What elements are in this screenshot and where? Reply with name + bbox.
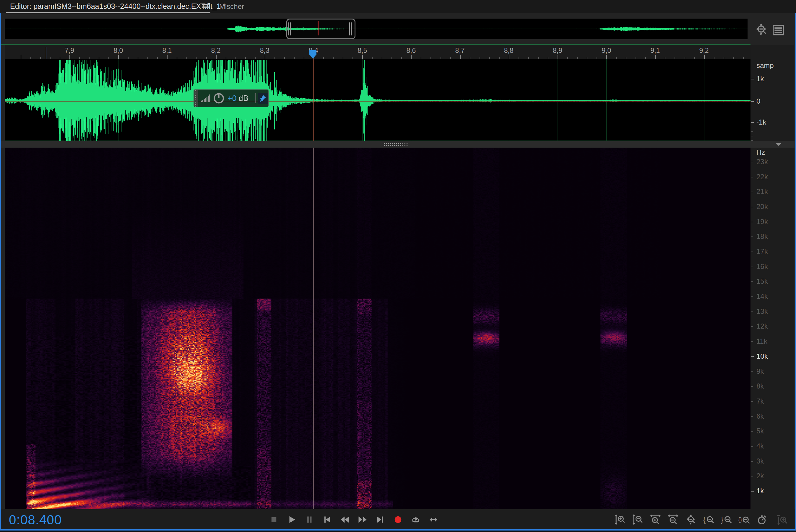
timer-button[interactable] bbox=[753, 513, 771, 527]
ruler-major-tick bbox=[460, 55, 460, 59]
ruler-minor-tick bbox=[431, 57, 431, 59]
tab-editor[interactable]: Editor: paramISM3--bm6aa1s03--24400--dtx… bbox=[10, 2, 226, 11]
scale-tick bbox=[751, 192, 753, 192]
fast-forward-button[interactable] bbox=[354, 513, 372, 527]
track-list-icon[interactable] bbox=[772, 24, 785, 36]
gain-unit-label: dB bbox=[239, 94, 249, 103]
scale-tick bbox=[751, 416, 753, 417]
hud-drag-handle[interactable] bbox=[194, 90, 198, 107]
overview-playhead bbox=[318, 21, 319, 35]
tab-mischer[interactable]: Mischer bbox=[219, 2, 244, 11]
frequency-scale-label: 5k bbox=[756, 427, 764, 435]
ruler-minor-tick bbox=[343, 57, 343, 59]
frequency-scale-label: 12k bbox=[756, 322, 768, 330]
record-button[interactable] bbox=[389, 513, 407, 527]
ruler-major-tick bbox=[704, 55, 705, 59]
ruler-minor-tick bbox=[50, 57, 51, 59]
ruler-minor-tick bbox=[294, 57, 294, 59]
ruler-minor-tick bbox=[724, 57, 724, 59]
scale-column[interactable]: samp1k0-1kHz23k22k21k20k19k18k17k16k15k1… bbox=[750, 45, 794, 509]
ruler-minor-tick bbox=[567, 57, 568, 59]
ruler-minor-tick bbox=[470, 57, 470, 59]
gain-value[interactable]: +0 bbox=[228, 94, 237, 103]
ruler-minor-tick bbox=[392, 57, 392, 59]
scale-tick bbox=[751, 140, 753, 141]
ruler-major-tick bbox=[167, 55, 167, 59]
ruler-minor-tick bbox=[577, 57, 578, 59]
scale-tick bbox=[751, 131, 753, 132]
zoom-in-vertical-button[interactable] bbox=[611, 513, 629, 527]
ruler-minor-tick bbox=[108, 57, 109, 59]
hud-pin-button[interactable] bbox=[258, 93, 269, 104]
timeline-ruler[interactable]: hms 7,98,08,18,28,38,48,58,68,78,88,99,0… bbox=[5, 45, 750, 59]
play-button[interactable] bbox=[283, 513, 301, 527]
pause-button[interactable] bbox=[301, 513, 318, 527]
ruler-minor-tick bbox=[89, 57, 90, 59]
ruler-minor-tick bbox=[645, 57, 646, 59]
ruler-minor-tick bbox=[99, 57, 99, 59]
waveform-panel[interactable] bbox=[5, 59, 750, 141]
panel-menu-icon[interactable] bbox=[202, 4, 209, 8]
loop-playback-button[interactable] bbox=[407, 513, 424, 527]
scale-tick bbox=[751, 311, 753, 312]
skip-selection-button[interactable] bbox=[424, 513, 442, 527]
scale-tick bbox=[751, 177, 753, 177]
divider-grip[interactable] bbox=[383, 142, 408, 146]
ruler-major-tick bbox=[216, 55, 217, 59]
ruler-minor-tick bbox=[489, 57, 490, 59]
frequency-scale-label: 15k bbox=[756, 277, 768, 285]
view-range-selector[interactable] bbox=[286, 19, 356, 39]
amplitude-scale-label: 1k bbox=[756, 75, 764, 83]
ruler-minor-tick bbox=[597, 57, 597, 59]
frequency-scale-label: 18k bbox=[756, 232, 768, 241]
zoom-out-vertical-button[interactable] bbox=[629, 513, 647, 527]
ruler-minor-tick bbox=[674, 57, 675, 59]
zoom-selection-button[interactable]: {} bbox=[735, 513, 753, 527]
ruler-minor-tick bbox=[714, 57, 714, 59]
ruler-minor-tick bbox=[79, 57, 80, 59]
zoom-toolbar: {}{} bbox=[611, 513, 791, 527]
goto-end-button[interactable] bbox=[372, 513, 389, 527]
zoom-in-horizontal-button[interactable] bbox=[647, 513, 664, 527]
frequency-scale-label: 22k bbox=[756, 173, 768, 181]
ruler-minor-tick bbox=[685, 57, 685, 59]
range-handle-right[interactable] bbox=[349, 22, 354, 35]
ruler-minor-tick bbox=[421, 57, 421, 59]
frequency-scale-label: 21k bbox=[756, 188, 768, 196]
ruler-minor-tick bbox=[352, 57, 353, 59]
svg-text:}: } bbox=[721, 515, 723, 524]
zoom-out-point-button[interactable]: } bbox=[718, 513, 735, 527]
stop-button[interactable] bbox=[265, 513, 283, 527]
range-handle-left[interactable] bbox=[288, 22, 292, 35]
gain-hud[interactable]: +0 dB bbox=[194, 90, 269, 107]
time-display[interactable]: 0:08.400 bbox=[9, 513, 62, 527]
zoom-out-horizontal-button[interactable] bbox=[664, 513, 682, 527]
goto-start-button[interactable] bbox=[318, 513, 336, 527]
ruler-minor-tick bbox=[147, 57, 148, 59]
collapse-arrow-icon[interactable] bbox=[776, 143, 781, 146]
spectrogram-panel[interactable] bbox=[5, 148, 750, 509]
zoom-reset-button[interactable] bbox=[682, 513, 700, 527]
svg-text:{: { bbox=[703, 515, 706, 524]
ruler-minor-tick bbox=[60, 57, 60, 59]
gain-knob-icon[interactable] bbox=[213, 92, 224, 104]
frequency-scale-label: 19k bbox=[756, 217, 768, 226]
ruler-minor-tick bbox=[304, 57, 304, 59]
ruler-tick-label: 8,8 bbox=[504, 46, 513, 55]
spectrogram-playhead-line bbox=[313, 148, 313, 509]
zoom-vertical-limit-button[interactable] bbox=[774, 513, 791, 527]
ruler-minor-tick bbox=[519, 57, 519, 59]
zoom-in-point-button[interactable]: { bbox=[700, 513, 718, 527]
frequency-scale-label: 9k bbox=[756, 367, 764, 376]
scale-tick bbox=[751, 326, 753, 327]
pan-zoom-icon[interactable] bbox=[754, 22, 768, 37]
ruler-minor-tick bbox=[197, 57, 197, 59]
scale-tick bbox=[751, 431, 753, 432]
scale-tick bbox=[751, 101, 754, 102]
tab-bar: Editor: paramISM3--bm6aa1s03--24400--dtx… bbox=[0, 0, 796, 13]
rewind-button[interactable] bbox=[336, 513, 354, 527]
frequency-scale-label: 2k bbox=[756, 472, 764, 480]
ruler-minor-tick bbox=[401, 57, 402, 59]
overview-strip[interactable] bbox=[5, 19, 747, 39]
frequency-scale-label: 1k bbox=[756, 487, 764, 495]
